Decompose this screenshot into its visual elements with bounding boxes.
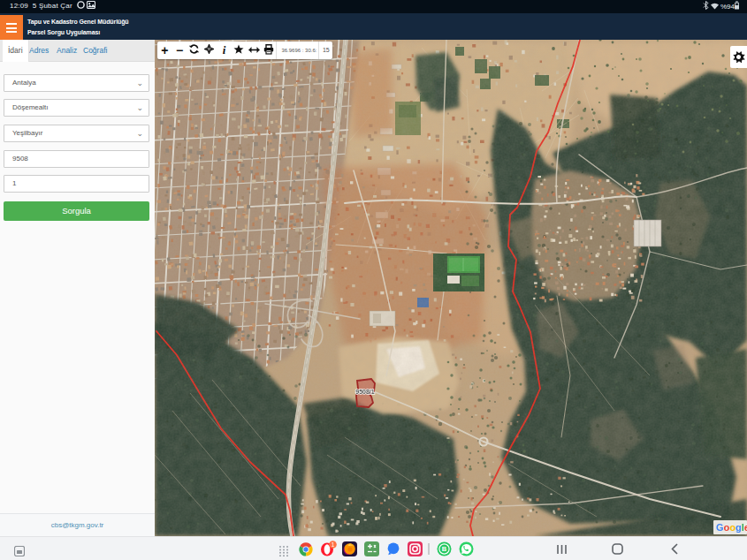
svg-text:1: 1 bbox=[332, 541, 335, 548]
svg-text:Google: Google bbox=[716, 522, 747, 533]
svg-text:B: B bbox=[442, 545, 447, 553]
